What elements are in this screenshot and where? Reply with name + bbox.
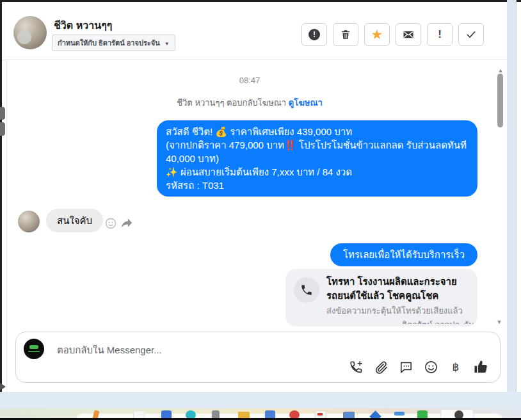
report-button[interactable] <box>301 23 327 46</box>
saved-replies-button[interactable] <box>398 359 413 375</box>
window-border-top <box>0 0 521 2</box>
greeting-line: (จากปกติราคา 479,000 บาท‼️ โปรโปรโมชั่นข… <box>166 138 469 152</box>
reply-input[interactable] <box>56 341 301 358</box>
call-card-title: โทรหา โรงงานผลิตและกระจาย รถยนต์ใช้แล้ว … <box>326 275 472 303</box>
chat-left-divider <box>6 60 7 392</box>
react-emoji-button[interactable] <box>104 217 117 230</box>
ad-context-text: ชีวิต หวานๆๆ ตอบกลับโฆษณา <box>177 98 289 108</box>
like-icon <box>473 359 488 375</box>
important-icon <box>438 28 442 41</box>
greeting-line: รหัสรถ : T031 <box>166 179 469 192</box>
header-toolbar <box>301 23 484 46</box>
background-artifact <box>0 122 5 136</box>
report-icon <box>309 29 320 40</box>
like-button[interactable] <box>473 359 488 375</box>
chevron-down-icon <box>164 39 170 47</box>
saved-replies-icon <box>399 360 413 375</box>
customer-avatar[interactable] <box>18 211 40 232</box>
call-card-title-line2: รถยนต์ใช้แล้ว โชคคูณโชค <box>326 289 472 303</box>
done-icon <box>465 29 477 40</box>
greeting-line: ✨ ผ่อนสบายเริ่มต้นเพียง 7,xxx บาท / 84 ง… <box>166 165 469 179</box>
background-artifact-arrow <box>0 383 6 391</box>
smiley-outline-icon <box>104 217 117 230</box>
reply-composer: ฿ <box>15 332 501 383</box>
dock-icon-media-dots <box>317 413 323 416</box>
mark-unread-icon <box>403 29 414 40</box>
greeting-line: 40,000 บาท) <box>166 152 469 165</box>
important-button[interactable] <box>427 23 453 46</box>
background-artifact <box>0 107 5 120</box>
background-window-edge <box>516 0 517 392</box>
background-window-strip <box>507 0 516 392</box>
background-band <box>0 392 521 408</box>
done-button[interactable] <box>458 23 484 46</box>
view-ad-link[interactable]: ดูโฆษณา <box>289 98 323 108</box>
contact-name[interactable]: ชีวิต หวานๆๆ <box>54 17 112 33</box>
attach-button[interactable] <box>373 359 389 375</box>
messenger-chat-window: ชีวิต หวานๆๆ กำหนดให้กับ ธิดารัตน์ อาจปร… <box>0 0 521 420</box>
assign-dropdown[interactable]: กำหนดให้กับ ธิดารัตน์ อาจประจัน <box>52 35 175 51</box>
page-avatar <box>24 339 44 359</box>
payment-icon: ฿ <box>453 360 460 374</box>
add-call-icon <box>349 360 364 375</box>
greeting-line: สวัสดี ชีวิต! 💰 ราคาพิเศษเพียง 439,000 บ… <box>166 125 469 138</box>
phone-icon <box>300 284 313 296</box>
mark-unread-button[interactable] <box>396 23 421 46</box>
emoji-button[interactable] <box>423 359 438 375</box>
scrollbar-thumb[interactable] <box>497 74 503 127</box>
composer-icon-row: ฿ <box>348 359 488 375</box>
chat-header: ชีวิต หวานๆๆ กำหนดให้กับ ธิดารัตน์ อาจปร… <box>2 2 507 60</box>
assignee-label-clipped: ธิดารัตน์ อาจประจัน <box>402 318 488 324</box>
reply-arrow-icon <box>120 216 134 230</box>
outgoing-greeting-bubble: สวัสดี ชีวิต! 💰 ราคาพิเศษเพียง 439,000 บ… <box>157 120 477 197</box>
attach-icon <box>374 360 389 375</box>
add-call-button[interactable] <box>348 359 364 375</box>
scrollbar-down-arrow[interactable] <box>495 315 504 323</box>
delete-button[interactable] <box>333 23 358 46</box>
call-card-status: ส่งข้อความกระตุ้นให้โทรด้วยเสียงแล้ว <box>326 304 463 318</box>
phone-icon-circle <box>294 277 319 303</box>
star-button[interactable] <box>364 23 390 46</box>
emoji-icon <box>424 360 438 375</box>
delete-icon <box>340 29 351 40</box>
reply-button[interactable] <box>120 216 134 230</box>
ad-context-line: ชีวิต หวานๆๆ ตอบกลับโฆษณา ดูโฆษณา <box>7 96 492 109</box>
assign-label: กำหนดให้กับ ธิดารัตน์ อาจประจัน <box>58 37 160 49</box>
contact-avatar[interactable] <box>13 16 47 49</box>
call-card-title-line1: โทรหา โรงงานผลิตและกระจาย <box>326 275 472 289</box>
outgoing-cta-bubble: โทรเลยเพื่อให้ได้รับบริการเร็วขึ้น <box>330 243 477 266</box>
star-icon <box>371 28 383 42</box>
payment-button[interactable]: ฿ <box>448 359 463 375</box>
window-border-left <box>0 0 2 392</box>
message-timestamp: 08:47 <box>7 76 492 85</box>
scrollbar-up-arrow[interactable] <box>496 63 505 71</box>
dock-icon-menu-dots[interactable] <box>394 412 405 416</box>
incoming-message-bubble: สนใจคับ <box>46 209 103 232</box>
